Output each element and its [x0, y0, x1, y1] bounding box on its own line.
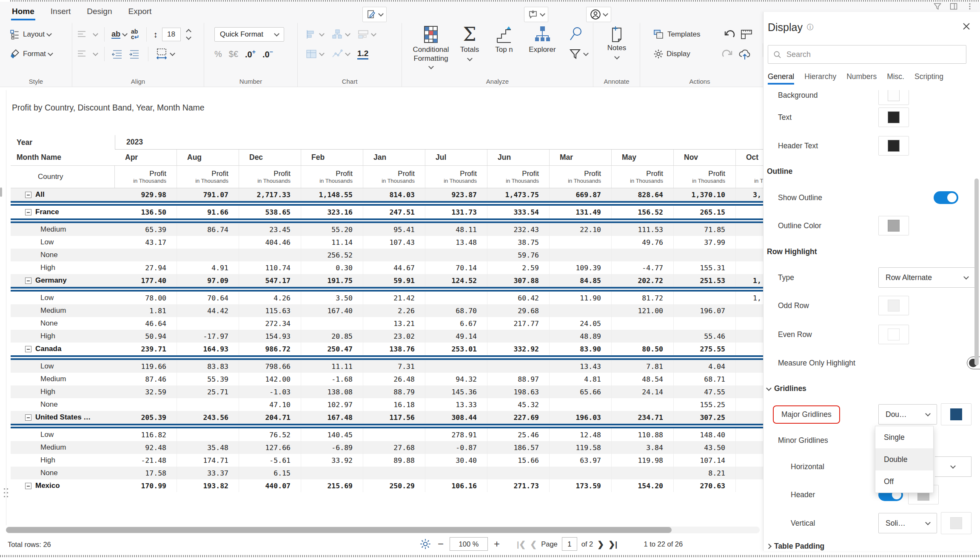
row-label[interactable]: Medium — [11, 223, 115, 236]
cell[interactable] — [363, 428, 425, 441]
cell[interactable] — [736, 428, 763, 441]
measure-header[interactable]: Profitin Thousands — [487, 166, 550, 188]
header-text-color-swatch[interactable] — [878, 136, 909, 156]
cell[interactable]: 332.92 — [487, 343, 550, 355]
cell[interactable]: 78.00 — [115, 292, 177, 304]
cell[interactable]: 170.99 — [115, 479, 177, 492]
cell[interactable]: 1,473.75 — [487, 188, 550, 201]
cell[interactable]: 83.90 — [550, 343, 612, 355]
row-label[interactable]: Low — [11, 360, 115, 373]
cell[interactable] — [239, 249, 301, 261]
cell[interactable]: 333.54 — [487, 206, 550, 218]
cell[interactable]: 17.58 — [115, 467, 177, 479]
cell[interactable] — [736, 343, 763, 355]
cell[interactable]: 11.11 — [301, 360, 363, 373]
cell[interactable]: 25.46 — [487, 428, 550, 441]
collapse-minus-icon[interactable] — [25, 278, 31, 284]
month-column-apr[interactable]: Apr — [115, 150, 177, 165]
cell[interactable] — [177, 398, 239, 411]
settings-gear-icon[interactable] — [419, 538, 432, 550]
cell[interactable]: 65.66 — [550, 385, 612, 398]
cell[interactable]: 119.66 — [115, 360, 177, 373]
templates-button[interactable]: Templates — [653, 29, 700, 40]
cell[interactable]: 48.54 — [612, 373, 674, 385]
panel-tab-scripting[interactable]: Scripting — [914, 72, 943, 85]
row-label[interactable]: Low — [11, 236, 115, 249]
row-label[interactable]: Low — [11, 292, 115, 304]
cell[interactable] — [115, 249, 177, 261]
cell[interactable]: 60.42 — [487, 292, 550, 304]
cell[interactable]: 70.14 — [425, 261, 487, 274]
cell[interactable] — [425, 467, 487, 479]
cell[interactable]: 4.26 — [239, 292, 301, 304]
cell[interactable] — [301, 467, 363, 479]
cell[interactable]: 16.18 — [363, 398, 425, 411]
cell[interactable]: 1.81 — [115, 304, 177, 317]
cell[interactable] — [736, 360, 763, 373]
edit-mode-button[interactable] — [362, 7, 387, 22]
cell[interactable] — [736, 330, 763, 343]
cell[interactable]: -0.87 — [425, 441, 487, 454]
font-size-input[interactable]: 18 — [162, 28, 181, 41]
cell[interactable] — [736, 441, 763, 454]
drag-handle-icon[interactable] — [3, 487, 9, 498]
cell[interactable]: 547.17 — [239, 274, 301, 287]
cell[interactable] — [363, 249, 425, 261]
cell[interactable] — [550, 249, 612, 261]
decrease-decimals-button[interactable]: .0− — [262, 48, 273, 59]
cell[interactable]: 198.63 — [487, 385, 550, 398]
row-label[interactable]: None — [11, 467, 115, 479]
borders-button[interactable] — [155, 48, 174, 60]
cell[interactable]: 251.53 — [674, 274, 736, 287]
cell[interactable]: 97.09 — [177, 274, 239, 287]
cell[interactable]: 3.84 — [612, 441, 674, 454]
cell[interactable] — [550, 304, 612, 317]
cell[interactable]: 109.39 — [550, 261, 612, 274]
cell[interactable] — [736, 249, 763, 261]
month-column-jun[interactable]: Jun — [487, 150, 550, 165]
cell[interactable] — [487, 330, 550, 343]
quick-format-dropdown[interactable]: Quick Format — [214, 27, 284, 42]
cell[interactable] — [674, 249, 736, 261]
cell[interactable]: -4.77 — [612, 261, 674, 274]
publish-cloud-icon[interactable] — [738, 48, 752, 60]
cell[interactable]: 59.76 — [487, 249, 550, 261]
cell[interactable]: 111.53 — [612, 223, 674, 236]
cell[interactable]: 234.71 — [612, 411, 674, 424]
row-label[interactable]: Low — [11, 428, 115, 441]
cell[interactable] — [363, 467, 425, 479]
cell[interactable] — [736, 317, 763, 330]
cell[interactable] — [674, 292, 736, 304]
year-value[interactable]: 2023 — [115, 135, 763, 150]
cell[interactable]: 250.29 — [363, 479, 425, 492]
cell[interactable]: 68.71 — [674, 373, 736, 385]
cell[interactable]: 121.00 — [612, 304, 674, 317]
measure-header[interactable]: Profitin Thousands — [425, 166, 487, 188]
background-color-swatch[interactable] — [878, 90, 909, 105]
cell[interactable]: 136.50 — [115, 206, 177, 218]
cell[interactable]: 307.25 — [674, 411, 736, 424]
text-overflow-button[interactable]: ab — [111, 30, 127, 39]
cell[interactable]: 154.93 — [239, 330, 301, 343]
row-label[interactable]: France — [11, 206, 115, 218]
cell[interactable] — [736, 206, 763, 218]
cell[interactable]: 80.50 — [612, 343, 674, 355]
horizontal-style-dropdown[interactable] — [935, 456, 971, 477]
bar-chart-button[interactable] — [305, 29, 324, 40]
cell[interactable] — [425, 360, 487, 373]
cell[interactable]: 44.42 — [177, 304, 239, 317]
cell[interactable]: 87.46 — [115, 373, 177, 385]
cell[interactable]: 2.26 — [363, 304, 425, 317]
cell[interactable]: 11.90 — [550, 292, 612, 304]
odd-row-color-swatch[interactable] — [878, 296, 909, 315]
row-label[interactable]: Medium — [11, 373, 115, 385]
cell[interactable] — [612, 249, 674, 261]
cell[interactable]: 0.30 — [301, 261, 363, 274]
measure-header[interactable]: Profitin Thousands — [239, 166, 301, 188]
cell[interactable]: 35.48 — [177, 441, 239, 454]
cell[interactable]: 205.39 — [115, 411, 177, 424]
ribbon-tab-export[interactable]: Export — [128, 7, 151, 18]
measure-header[interactable]: Profitin Thousands — [550, 166, 612, 188]
resize-handle[interactable] — [0, 187, 2, 197]
page-number-input[interactable] — [562, 537, 577, 551]
